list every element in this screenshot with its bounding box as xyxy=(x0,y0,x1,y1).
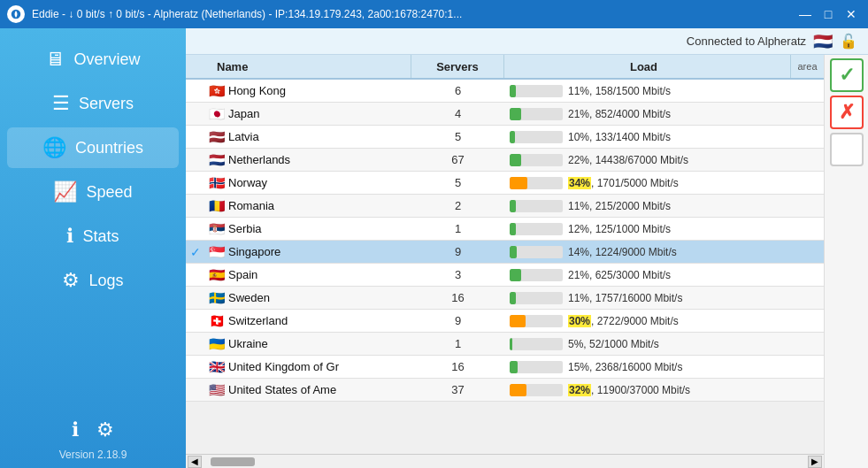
table-row[interactable]: 🇯🇵 Japan 4 21%, 852/4000 Mbit/s xyxy=(186,103,824,126)
table-header: Name Servers Load area xyxy=(186,55,824,80)
load-bar-fill xyxy=(510,269,521,281)
row-server-count: 9 xyxy=(411,314,504,327)
row-flag: 🇷🇴 xyxy=(205,198,228,214)
minimize-button[interactable]: — xyxy=(795,4,815,24)
row-server-count: 37 xyxy=(411,383,504,396)
load-bar-background xyxy=(510,292,563,304)
row-country-name: Serbia xyxy=(228,222,411,235)
row-country-name: Romania xyxy=(228,199,411,212)
row-server-count: 6 xyxy=(411,84,504,97)
table-row[interactable]: 🇱🇻 Latvia 5 10%, 133/1400 Mbit/s xyxy=(186,126,824,149)
load-bar-background xyxy=(510,154,563,166)
load-bar-fill xyxy=(510,384,526,396)
connection-bar: Connected to Alpheratz 🇳🇱 🔓 xyxy=(186,28,868,55)
row-country-name: United States of Ame xyxy=(228,383,411,396)
table-row[interactable]: 🇳🇴 Norway 5 34%, 1701/5000 Mbit/s xyxy=(186,172,824,195)
load-bar-background xyxy=(510,315,563,327)
load-bar-fill xyxy=(510,315,526,327)
row-server-count: 16 xyxy=(411,291,504,304)
row-country-name: Netherlands xyxy=(228,153,411,166)
load-text: 32%, 11900/37000 Mbit/s xyxy=(568,384,690,396)
sidebar-item-speed[interactable]: 📈 Speed xyxy=(7,172,179,212)
countries-table: Name Servers Load area 🇭🇰 Hong Kong xyxy=(186,55,824,468)
scroll-thumb[interactable] xyxy=(211,457,255,466)
connect-button[interactable]: ✓ xyxy=(830,58,864,92)
row-flag: 🇺🇦 xyxy=(205,336,228,352)
sidebar-item-servers[interactable]: ☰ Servers xyxy=(7,83,179,124)
row-country-name: Ukraine xyxy=(228,337,411,350)
sidebar-item-countries[interactable]: 🌐 Countries xyxy=(7,127,179,168)
disconnect-button[interactable]: ✗ xyxy=(830,96,864,129)
horizontal-scrollbar[interactable]: ◀ ▶ xyxy=(186,454,824,468)
load-bar-background xyxy=(510,85,563,97)
stats-icon: ℹ xyxy=(66,225,73,248)
row-flag: 🇯🇵 xyxy=(205,106,228,122)
row-country-name: Japan xyxy=(228,107,411,120)
table-row[interactable]: 🇪🇸 Spain 3 21%, 625/3000 Mbit/s xyxy=(186,264,824,287)
row-server-count: 1 xyxy=(411,337,504,350)
load-text: 14%, 1224/9000 Mbit/s xyxy=(568,246,677,258)
col-header-name: Name xyxy=(217,60,248,73)
row-server-count: 2 xyxy=(411,199,504,212)
sidebar-item-stats[interactable]: ℹ Stats xyxy=(7,216,179,257)
sidebar-item-logs[interactable]: ⚙ Logs xyxy=(7,260,179,301)
close-button[interactable]: ✕ xyxy=(841,4,861,24)
load-text: 30%, 2722/9000 Mbit/s xyxy=(568,315,679,327)
load-bar-background xyxy=(510,200,563,212)
row-server-count: 5 xyxy=(411,176,504,189)
load-bar-fill xyxy=(510,177,527,189)
row-server-count: 3 xyxy=(411,268,504,281)
load-bar-fill xyxy=(510,85,516,97)
row-country-name: Sweden xyxy=(228,291,411,304)
load-bar-background xyxy=(510,384,563,396)
row-load: 11%, 215/2000 Mbit/s xyxy=(504,200,824,212)
row-load: 21%, 852/4000 Mbit/s xyxy=(504,108,824,120)
sidebar-info-bar: ℹ ⚙ xyxy=(0,411,186,449)
globe-icon: 🌐 xyxy=(42,136,66,159)
table-row[interactable]: 🇳🇱 Netherlands 67 22%, 14438/67000 Mbit/… xyxy=(186,149,824,172)
table-row[interactable]: 🇺🇸 United States of Ame 37 32%, 11900/37… xyxy=(186,379,824,402)
table-row[interactable]: 🇭🇰 Hong Kong 6 11%, 158/1500 Mbit/s xyxy=(186,80,824,103)
info-icon[interactable]: ℹ xyxy=(72,418,79,441)
load-bar-fill xyxy=(510,292,516,304)
speed-icon: 📈 xyxy=(53,180,77,203)
scroll-right-arrow[interactable]: ▶ xyxy=(808,456,822,468)
extra-button[interactable] xyxy=(830,133,864,166)
row-load: 34%, 1701/5000 Mbit/s xyxy=(504,177,824,189)
sidebar-item-overview[interactable]: 🖥 Overview xyxy=(7,39,179,80)
sidebar-label-stats: Stats xyxy=(82,227,119,246)
sidebar: 🖥 Overview ☰ Servers 🌐 Countries 📈 Speed… xyxy=(0,28,186,468)
row-server-count: 16 xyxy=(411,360,504,373)
load-text: 11%, 158/1500 Mbit/s xyxy=(568,85,671,97)
load-bar-background xyxy=(510,108,563,120)
sidebar-label-speed: Speed xyxy=(86,183,132,202)
table-row[interactable]: 🇬🇧 United Kingdom of Gr 16 15%, 2368/160… xyxy=(186,356,824,379)
load-bar-fill xyxy=(510,154,521,166)
table-row[interactable]: 🇺🇦 Ukraine 1 5%, 52/1000 Mbit/s xyxy=(186,333,824,356)
row-server-count: 9 xyxy=(411,245,504,258)
scroll-left-arrow[interactable]: ◀ xyxy=(188,456,202,468)
maximize-button[interactable]: □ xyxy=(818,4,838,24)
load-text: 21%, 625/3000 Mbit/s xyxy=(568,269,671,281)
right-panel: Connected to Alpheratz 🇳🇱 🔓 Name Servers… xyxy=(186,28,868,468)
version-label: Version 2.18.9 xyxy=(0,449,186,468)
window-title: Eddie - ↓ 0 bit/s ↑ 0 bit/s - Alpheratz … xyxy=(32,8,795,20)
load-bar-background xyxy=(510,269,563,281)
table-row[interactable]: 🇸🇪 Sweden 16 11%, 1757/16000 Mbit/s xyxy=(186,287,824,310)
load-text: 12%, 125/1000 Mbit/s xyxy=(568,223,671,235)
load-bar-background xyxy=(510,246,563,258)
table-row[interactable]: 🇷🇴 Romania 2 11%, 215/2000 Mbit/s xyxy=(186,195,824,218)
load-bar-background xyxy=(510,361,563,373)
table-row[interactable]: ✓ 🇸🇬 Singapore 9 14%, 1224/9000 Mbit/s xyxy=(186,241,824,264)
row-load: 30%, 2722/9000 Mbit/s xyxy=(504,315,824,327)
table-row[interactable]: 🇷🇸 Serbia 1 12%, 125/1000 Mbit/s xyxy=(186,218,824,241)
logs-icon: ⚙ xyxy=(62,269,80,292)
row-country-name: United Kingdom of Gr xyxy=(228,360,411,373)
table-row[interactable]: 🇨🇭 Switzerland 9 30%, 2722/9000 Mbit/s xyxy=(186,310,824,333)
settings-sliders-icon[interactable]: ⚙ xyxy=(96,418,114,441)
row-country-name: Switzerland xyxy=(228,314,411,327)
window-controls: — □ ✕ xyxy=(795,4,861,24)
load-text: 11%, 215/2000 Mbit/s xyxy=(568,200,671,212)
load-text: 34%, 1701/5000 Mbit/s xyxy=(568,177,679,189)
row-load: 15%, 2368/16000 Mbit/s xyxy=(504,361,824,373)
